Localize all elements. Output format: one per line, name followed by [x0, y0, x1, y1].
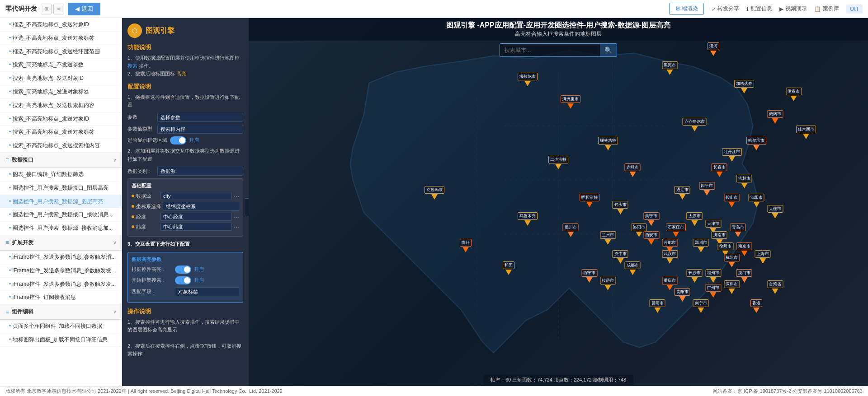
sidebar-item-3[interactable]: 搜索_高亮地标点_不发送参数 [0, 58, 122, 72]
sidebar-item-5[interactable]: 搜索_高亮地标点_发送对象标签 [0, 85, 122, 99]
map-marker[interactable]: 通辽市 [675, 186, 690, 200]
sidebar-item-11[interactable]: 圈选控件_用户搜索_数据接口_图层高亮 [0, 182, 122, 195]
map-marker[interactable]: 锡林浩特 [598, 137, 618, 150]
map-marker[interactable]: 满洲里市 [561, 95, 580, 109]
data-source-input[interactable] [160, 192, 232, 200]
more-options-icon-1[interactable]: ··· [234, 192, 239, 200]
sidebar-item-12[interactable]: 圈选控件_用户搜索_数据源_图层高亮 [0, 195, 122, 209]
map-marker[interactable]: 洛阳市 [631, 224, 647, 237]
map-marker[interactable]: 贵阳市 [675, 288, 690, 302]
sidebar-section-data-interface[interactable]: ≡ 数据接口 ∨ [0, 153, 122, 168]
map-marker[interactable]: 克拉玛依 [425, 186, 444, 200]
latitude-input[interactable] [160, 223, 232, 231]
map-marker[interactable]: 香港 [750, 299, 762, 313]
map-search-input[interactable] [500, 44, 600, 56]
sidebar-section-ext-dev[interactable]: ≡ 扩展开发 ∨ [0, 235, 122, 251]
map-marker[interactable]: 黑河市 [662, 61, 678, 75]
map-marker[interactable]: 银川市 [563, 224, 579, 237]
map-marker[interactable]: 昆明市 [650, 299, 665, 313]
more-options-icon-3[interactable]: ··· [234, 223, 239, 230]
map-marker[interactable]: 沈阳市 [749, 194, 764, 207]
map-marker[interactable]: 齐齐哈尔市 [683, 118, 707, 131]
map-marker[interactable]: 兰州市 [600, 231, 616, 245]
show-area-toggle[interactable]: 开启 [170, 136, 199, 144]
open-search-track[interactable] [175, 276, 191, 284]
map-marker[interactable]: 西宁市 [581, 269, 597, 283]
map-marker[interactable]: 海拉尔市 [518, 73, 538, 86]
map-marker[interactable]: 乌鲁木齐 [518, 212, 538, 226]
map-marker[interactable]: 和田 [503, 261, 514, 275]
sidebar-item-13[interactable]: 圈选控件_用户搜索_数据接口_接收消息... [0, 208, 122, 222]
sidebar-item-6[interactable]: 搜索_高亮地标点_发送搜索框内容 [0, 99, 122, 112]
sidebar-section-comp-edit[interactable]: ≡ 组件编辑 ∨ [0, 304, 122, 320]
sidebar-item-17[interactable]: iFrame控件_发送多参数消息_参数触发发... [0, 278, 122, 291]
sidebar-item-7[interactable]: 搜索_不高亮地标点_发送对象ID [0, 112, 122, 126]
layer-highlight-toggle[interactable]: 开启 [175, 266, 204, 274]
layer-highlight-track[interactable] [175, 266, 191, 274]
map-marker[interactable]: 汉中市 [613, 250, 628, 264]
map-marker[interactable]: 鹤岗市 [767, 110, 783, 124]
map-marker[interactable]: 哈尔滨市 [746, 137, 766, 150]
grid-icon[interactable]: ⊞ [41, 4, 52, 14]
panel-collapse-button[interactable]: ‹ [245, 198, 249, 216]
match-field-select[interactable]: 对象标签 [175, 287, 239, 296]
sidebar-item-20[interactable]: 地标图弹出面板_加载不同接口详细信息 [0, 333, 122, 347]
map-marker[interactable]: 青岛市 [730, 224, 746, 237]
map-marker[interactable]: 石家庄市 [666, 224, 686, 237]
map-marker[interactable]: 漠河 [708, 42, 719, 56]
case-library-button[interactable]: 📋 案例库 [814, 5, 839, 13]
map-marker[interactable]: 大连市 [767, 205, 783, 219]
toggle-track[interactable] [170, 136, 186, 144]
map-marker[interactable]: 厦门市 [736, 269, 752, 283]
back-button[interactable]: ◀ 返回 [68, 3, 100, 15]
map-marker[interactable]: 佳木斯市 [796, 126, 816, 139]
sidebar-item-9[interactable]: 搜索_不高亮地标点_发送搜索框内容 [0, 139, 122, 153]
sidebar-item-18[interactable]: iFrame控件_订阅接收消息 [0, 291, 122, 304]
user-avatar[interactable]: OtT [846, 5, 863, 14]
sidebar-item-0[interactable]: 框选_不高亮地标点_发送对象ID [0, 18, 122, 32]
map-marker[interactable]: 包头市 [613, 201, 628, 214]
map-marker[interactable]: 长沙市 [687, 269, 703, 283]
share-button[interactable]: ↗ 转发分享 [711, 5, 739, 13]
map-marker[interactable]: 广州市 [705, 284, 721, 298]
map-marker[interactable]: 加格达奇 [734, 80, 754, 93]
open-search-toggle[interactable]: 开启 [175, 276, 204, 284]
longitude-input[interactable] [160, 213, 232, 221]
map-marker[interactable]: 合肥市 [662, 239, 678, 252]
map-marker[interactable]: 上海市 [755, 250, 771, 264]
column-select[interactable]: 经纬度坐标系 [163, 202, 239, 211]
map-marker[interactable]: 长春市 [712, 163, 727, 177]
sidebar-item-15[interactable]: iFrame控件_发送多参数消息_参数触发消... [0, 251, 122, 264]
list-icon[interactable]: ≡ [53, 4, 64, 14]
config-info-button[interactable]: ℹ 配置信息 [746, 5, 772, 13]
map-marker[interactable]: 赤峰市 [625, 163, 641, 177]
map-marker[interactable]: 呼和浩特 [580, 194, 599, 207]
map-marker[interactable]: 喀什 [460, 239, 472, 252]
sidebar-item-10[interactable]: 图表_接口编辑_详细数据筛选 [0, 168, 122, 182]
video-demo-button[interactable]: ▶ 视频演示 [779, 5, 807, 13]
map-search-button[interactable]: 🔍 [600, 44, 617, 56]
sidebar-item-2[interactable]: 框选_不高亮地标点_发送经纬度范围 [0, 45, 122, 59]
render-button[interactable]: 🖥 端渲染 [669, 3, 704, 15]
map-marker[interactable]: 南宁市 [693, 299, 709, 313]
map-marker[interactable]: 台湾省 [767, 280, 783, 294]
more-options-icon-2[interactable]: ··· [234, 213, 239, 220]
map-marker[interactable]: 四平市 [699, 182, 715, 196]
map-marker[interactable]: 伊春市 [786, 88, 802, 101]
map-marker[interactable]: 郑州市 [693, 239, 709, 252]
map-marker[interactable]: 吉林市 [736, 175, 752, 188]
param-type-select[interactable]: 搜索框内容 [157, 125, 243, 134]
map-marker[interactable]: 二连浩特 [548, 156, 568, 169]
param-select[interactable]: 选择参数 [157, 113, 243, 122]
sidebar-item-14[interactable]: 圈选控件_用户搜索_数据源_接收消息加... [0, 222, 122, 235]
sidebar-item-16[interactable]: iFrame控件_发送多参数消息_参数触发发... [0, 264, 122, 278]
sidebar-item-4[interactable]: 搜索_高亮地标点_发送对象ID [0, 72, 122, 85]
map-marker[interactable]: 太原市 [687, 212, 703, 226]
sidebar-item-8[interactable]: 搜索_不高亮地标点_发送对象标签 [0, 126, 122, 139]
map-marker[interactable]: 福州市 [705, 269, 721, 283]
map-marker[interactable]: 鞍山市 [724, 194, 740, 207]
sidebar-item-19[interactable]: 页面多个相同组件_加载不同接口数据 [0, 320, 122, 333]
data-type-select[interactable]: 数据源 [157, 167, 243, 176]
map-marker[interactable]: 杭州市 [724, 254, 740, 267]
sidebar-item-1[interactable]: 框选_不高亮地标点_发送对象标签 [0, 32, 122, 45]
